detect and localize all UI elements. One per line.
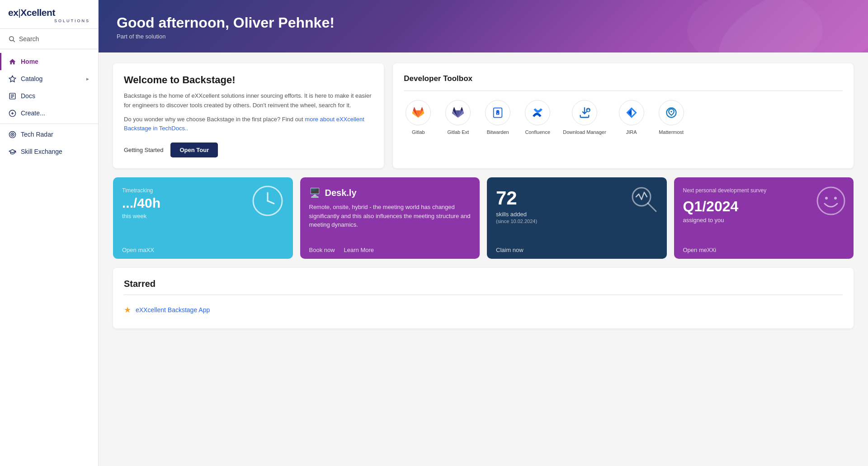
sidebar-item-docs-label: Docs <box>21 92 35 100</box>
starred-divider <box>124 295 843 295</box>
banner-subtitle: Part of the solution <box>117 33 850 40</box>
survey-footer[interactable]: Open meXXi <box>683 242 845 259</box>
download-manager-icon <box>572 100 597 125</box>
deskly-footer: Book now Learn More <box>309 242 471 259</box>
confluence-label: Confluence <box>525 129 550 135</box>
gitlab-ext-label: Gitlab Ext <box>447 129 469 135</box>
greeting: Good afternoon, Oliver Pehnke! <box>117 14 850 31</box>
jira-label: JIRA <box>626 129 637 135</box>
sidebar-item-create[interactable]: Create... <box>0 105 98 122</box>
deskly-icon: 🖥️ <box>309 187 321 198</box>
tool-download-manager[interactable]: Download Manager <box>563 100 606 135</box>
survey-icon <box>816 185 846 218</box>
bitwarden-label: Bitwarden <box>487 129 509 135</box>
svg-point-25 <box>825 197 828 200</box>
sidebar-item-create-label: Create... <box>21 109 45 117</box>
widget-deskly: 🖥️ Desk.ly Remote, onsite, hybrid - the … <box>300 177 480 259</box>
logo-sub: solutions <box>8 19 90 23</box>
confluence-icon <box>525 100 550 125</box>
starred-card: Starred ★ eXXcellent Backstage App <box>113 268 854 328</box>
svg-point-24 <box>817 187 844 214</box>
toolbox-card: Developer Toolbox <box>393 63 854 168</box>
sidebar-item-skill-exchange-label: Skill Exchange <box>21 148 62 155</box>
widget-timetrack: Timetracking .../40h this week Open maXX <box>113 177 293 259</box>
welcome-body1: Backstage is the home of eXXcellent solu… <box>124 91 373 110</box>
svg-line-21 <box>268 201 274 204</box>
catalog-icon <box>8 75 16 83</box>
bitwarden-icon <box>485 100 510 125</box>
svg-point-18 <box>670 111 672 113</box>
mattermost-icon <box>659 100 684 125</box>
tool-jira[interactable]: JIRA <box>617 100 646 135</box>
sidebar: ex|Xcellent solutions Search Home <box>0 0 99 466</box>
docs-icon <box>8 92 16 100</box>
header-banner: Good afternoon, Oliver Pehnke! Part of t… <box>99 0 868 52</box>
main-content: Good afternoon, Oliver Pehnke! Part of t… <box>99 0 868 466</box>
star-icon: ★ <box>124 305 131 315</box>
gitlab-ext-icon <box>445 100 471 125</box>
welcome-title: Welcome to Backstage! <box>124 74 373 86</box>
create-icon <box>8 109 16 117</box>
deskly-book-now[interactable]: Book now <box>309 247 335 253</box>
mattermost-label: Mattermost <box>659 129 684 135</box>
getting-started-button[interactable]: Getting Started <box>124 147 163 153</box>
skills-since: (since 10.02.2024) <box>496 219 658 224</box>
toolbox-icons: Gitlab <box>404 100 843 135</box>
radar-icon <box>8 130 16 138</box>
home-icon <box>8 57 16 66</box>
tool-bitwarden[interactable]: Bitwarden <box>483 100 512 135</box>
logo: ex|Xcellent <box>8 7 90 18</box>
content-area: Welcome to Backstage! Backstage is the h… <box>99 52 868 466</box>
gitlab-label: Gitlab <box>412 129 425 135</box>
widget-survey: Next personal development survey Q1/2024… <box>674 177 854 259</box>
deskly-learn-more[interactable]: Learn More <box>344 247 374 253</box>
jira-icon <box>619 100 644 125</box>
skills-count: 72 <box>496 187 658 209</box>
clock-icon <box>251 185 284 219</box>
widget-skills: 72 skills added (since 10.02.2024) Claim… <box>487 177 667 259</box>
starred-link[interactable]: eXXcellent Backstage App <box>136 306 210 314</box>
starred-title: Starred <box>124 279 843 289</box>
tool-gitlab[interactable]: Gitlab <box>404 100 433 135</box>
svg-point-0 <box>9 37 14 41</box>
sidebar-item-skill-exchange[interactable]: Skill Exchange <box>0 143 98 160</box>
top-row: Welcome to Backstage! Backstage is the h… <box>113 63 854 168</box>
welcome-body2: Do you wonder why we choose Backstage in… <box>124 115 373 134</box>
sidebar-item-tech-radar[interactable]: Tech Radar <box>0 126 98 143</box>
sidebar-item-catalog-label: Catalog <box>21 75 42 82</box>
svg-line-1 <box>13 40 15 42</box>
tool-gitlab-ext[interactable]: Gitlab Ext <box>443 100 472 135</box>
nav-list: Home Catalog ► Docs <box>0 49 98 466</box>
svg-point-26 <box>834 197 837 200</box>
logo-area: ex|Xcellent solutions <box>0 0 98 29</box>
open-tour-button[interactable]: Open Tour <box>170 143 218 157</box>
skills-footer[interactable]: Claim now <box>496 242 658 259</box>
welcome-card: Welcome to Backstage! Backstage is the h… <box>113 63 384 168</box>
sidebar-item-catalog[interactable]: Catalog ► <box>0 70 98 87</box>
download-manager-label: Download Manager <box>563 129 606 135</box>
sidebar-item-home[interactable]: Home <box>0 53 98 70</box>
tool-confluence[interactable]: Confluence <box>523 100 552 135</box>
deskly-title: Desk.ly <box>325 188 357 198</box>
search-row[interactable]: Search <box>0 29 98 49</box>
svg-marker-2 <box>9 76 15 81</box>
widgets-row: Timetracking .../40h this week Open maXX <box>113 177 854 259</box>
sidebar-item-tech-radar-label: Tech Radar <box>21 131 53 138</box>
starred-item: ★ eXXcellent Backstage App <box>124 302 843 318</box>
welcome-actions: Getting Started Open Tour <box>124 143 373 157</box>
logo-text: ex|Xcellent <box>8 7 55 18</box>
timetrack-footer[interactable]: Open maXX <box>122 242 284 259</box>
skill-icon <box>8 147 16 156</box>
gitlab-icon <box>406 100 431 125</box>
chevron-right-icon: ► <box>85 76 90 81</box>
toolbox-divider <box>404 90 843 91</box>
sidebar-item-docs[interactable]: Docs <box>0 87 98 105</box>
deskly-body: Remote, onsite, hybrid - the meeting wor… <box>309 203 471 229</box>
svg-point-15 <box>497 113 498 114</box>
search-label: Search <box>19 35 39 43</box>
tool-mattermost[interactable]: Mattermost <box>657 100 686 135</box>
search-icon <box>8 35 15 43</box>
svg-point-12 <box>12 134 12 134</box>
sidebar-item-home-label: Home <box>21 58 38 65</box>
toolbox-title: Developer Toolbox <box>404 74 843 83</box>
